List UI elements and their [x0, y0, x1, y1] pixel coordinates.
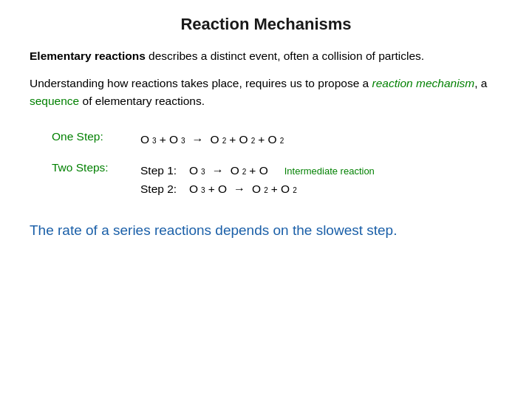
- one-step-equation: O3 + O3 → O2 + O2 + O2: [140, 130, 284, 149]
- step2-line: Step 2: O3 + O → O2 + O2: [140, 180, 375, 199]
- page-title: Reaction Mechanisms: [30, 7, 502, 47]
- para2-sequence: sequence: [30, 95, 79, 107]
- two-steps-equations: Step 1: O3 → O2 + O Intermediate reactio…: [140, 161, 375, 200]
- one-step-line: O3 + O3 → O2 + O2 + O2: [140, 130, 284, 149]
- para2-text1: Understanding how reactions takes place,…: [30, 77, 372, 89]
- page: Reaction Mechanisms Elementary reactions…: [0, 0, 532, 399]
- para1-text2: describes a distinct event: [146, 50, 277, 62]
- paragraph-1: Elementary reactions describes a distinc…: [30, 47, 502, 64]
- step1-line: Step 1: O3 → O2 + O Intermediate reactio…: [140, 161, 375, 180]
- one-step-label: One Step:: [52, 130, 140, 143]
- para1-text3: , often a collision of particles.: [277, 50, 424, 62]
- intermediate-label: Intermediate reaction: [284, 164, 375, 180]
- paragraph-2: Understanding how reactions takes place,…: [30, 75, 502, 109]
- para2-mechanism: reaction mechanism: [372, 77, 475, 89]
- two-steps-row: Two Steps: Step 1: O3 → O2 + O Intermedi…: [52, 161, 502, 200]
- para2-text3: , a: [474, 77, 487, 89]
- reactions-section: One Step: O3 + O3 → O2 + O2 + O2 Two Ste…: [52, 130, 502, 199]
- para2-text5: of elementary reactions.: [79, 95, 205, 107]
- step1-label: Step 1:: [140, 162, 177, 180]
- footer-text: The rate of a series reactions depends o…: [30, 222, 502, 239]
- para1-bold: Elementary reactions: [30, 50, 146, 62]
- step2-label: Step 2:: [140, 180, 177, 199]
- two-steps-label: Two Steps:: [52, 161, 140, 174]
- one-step-row: One Step: O3 + O3 → O2 + O2 + O2: [52, 130, 502, 149]
